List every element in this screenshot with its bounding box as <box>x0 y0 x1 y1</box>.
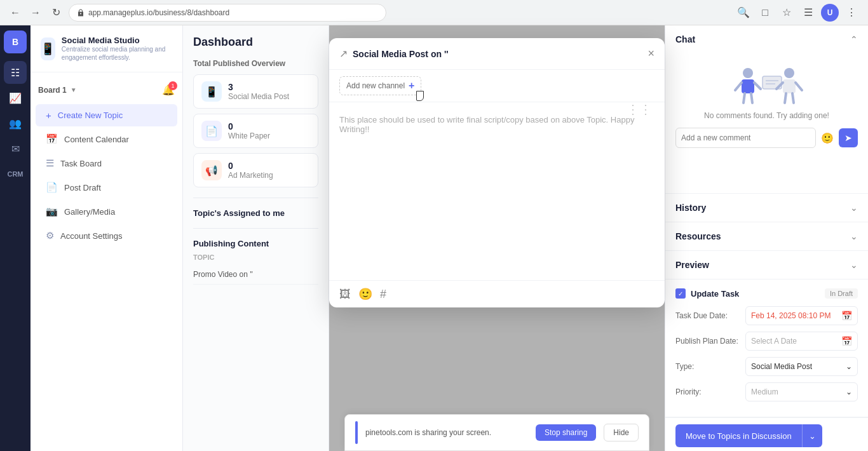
rail-icon-chart[interactable]: 📈 <box>4 86 27 109</box>
move-topics-button[interactable]: Move to Topics in Discussion <box>675 424 802 447</box>
channel-card-social[interactable]: 📱 3 Social Media Post <box>193 74 318 109</box>
image-toolbar-icon[interactable]: 🖼 <box>339 288 351 301</box>
stop-sharing-button[interactable]: Stop sharing <box>536 424 596 441</box>
hide-button[interactable]: Hide <box>604 424 639 441</box>
emoji-toolbar-icon[interactable]: 🙂 <box>358 287 372 301</box>
task-due-calendar-icon: 📅 <box>841 311 852 321</box>
white-paper-name: White Paper <box>228 131 270 140</box>
type-dropdown-icon: ⌄ <box>846 362 852 371</box>
ad-marketing-name: Ad Marketing <box>228 171 273 180</box>
modal-close-button[interactable]: × <box>648 47 654 60</box>
priority-label: Priority: <box>675 387 745 396</box>
svg-rect-1 <box>742 79 754 93</box>
bookmark-btn[interactable]: ☆ <box>778 4 796 22</box>
address-bar[interactable]: app.manageplus.io/business/8/dashboard <box>69 4 386 22</box>
topic-row-promo[interactable]: Promo Video on '' <box>193 265 318 285</box>
update-task-label: Update Task <box>691 289 739 299</box>
chat-body: No comments found. Try adding one! 🙂 ➤ <box>665 53 868 193</box>
sidebar-item-gallery-media[interactable]: 📷 Gallery/Media <box>36 200 177 223</box>
preview-section-header[interactable]: Preview ⌄ <box>665 251 868 279</box>
comment-emoji-button[interactable]: 🙂 <box>821 132 834 144</box>
refresh-button[interactable]: ↻ <box>48 5 64 20</box>
resources-chevron-icon: ⌄ <box>850 231 858 241</box>
cursor-pointer <box>416 91 424 101</box>
settings-browser-btn[interactable]: ☰ <box>799 4 817 22</box>
resources-section-header[interactable]: Resources ⌄ <box>665 222 868 250</box>
modal-title: Social Media Post on '' <box>353 49 449 59</box>
modal-channel-bar: Add new channel + <box>329 70 665 102</box>
browser-bar: ← → ↻ app.manageplus.io/business/8/dashb… <box>0 0 868 25</box>
rail-icon-mail[interactable]: ✉ <box>4 137 27 160</box>
resources-title: Resources <box>675 231 721 241</box>
publish-plan-calendar-icon: 📅 <box>841 336 852 346</box>
content-calendar-label: Content Calendar <box>64 135 129 144</box>
update-checkbox[interactable]: ✓ <box>675 288 686 299</box>
calendar-nav-icon: 📅 <box>46 133 58 145</box>
chat-illustration <box>726 64 808 111</box>
chat-chevron-icon: ⌃ <box>850 34 858 44</box>
history-section-header[interactable]: History ⌄ <box>665 194 868 222</box>
task-due-date-value[interactable]: Feb 14, 2025 08:10 PM 📅 <box>745 306 858 325</box>
priority-dropdown-icon: ⌄ <box>846 387 852 396</box>
board-logo[interactable]: B <box>4 30 27 53</box>
topics-assigned-label: Topic's Assigned to me <box>193 208 318 218</box>
type-value: Social Media Post <box>751 362 812 371</box>
svg-point-0 <box>743 68 753 78</box>
comment-input-row: 🙂 ➤ <box>675 128 858 148</box>
hashtag-toolbar-icon[interactable]: # <box>380 288 386 301</box>
post-draft-label: Post Draft <box>64 183 101 192</box>
channel-card-ad-marketing[interactable]: 📢 0 Ad Marketing <box>193 153 318 187</box>
sidebar-header: 📱 Social Media Studio Centralize social … <box>31 36 182 72</box>
channel-card-white-paper[interactable]: 📄 0 White Paper <box>193 114 318 148</box>
back-button[interactable]: ← <box>8 5 23 20</box>
sidebar-item-account-settings[interactable]: ⚙ Account Settings <box>36 224 177 247</box>
task-due-date-label: Task Due Date: <box>675 311 745 320</box>
chat-section-header[interactable]: Chat ⌃ <box>665 25 868 53</box>
gallery-media-label: Gallery/Media <box>64 207 115 217</box>
account-settings-icon: ⚙ <box>46 230 54 241</box>
priority-value: Medium <box>751 387 778 396</box>
sidebar-item-task-board[interactable]: ☰ Task Board <box>36 152 177 175</box>
gallery-icon: 📷 <box>46 206 58 217</box>
add-channel-button[interactable]: Add new channel + <box>339 76 421 95</box>
sidebar-item-content-calendar[interactable]: 📅 Content Calendar <box>36 128 177 151</box>
rail-icon-crm[interactable]: CRM <box>4 163 27 185</box>
rail-icon-grid[interactable]: ☷ <box>4 61 27 84</box>
priority-select[interactable]: Medium ⌄ <box>745 382 858 401</box>
lock-icon <box>77 9 85 17</box>
forward-button[interactable]: → <box>28 5 43 20</box>
dashboard-panel: Dashboard Total Published Overview 📱 3 S… <box>183 25 329 451</box>
notification-bell[interactable]: 🔔 1 <box>162 84 175 96</box>
search-browser-btn[interactable]: 🔍 <box>735 4 752 22</box>
social-name: Social Media Post <box>228 92 289 101</box>
overview-label: Total Published Overview <box>193 59 318 68</box>
icon-rail: B ☷ 📈 👥 ✉ CRM <box>0 25 31 451</box>
svg-line-4 <box>743 93 745 103</box>
board-label: Board 1 <box>38 86 67 95</box>
modal-options-icon[interactable]: ⋮⋮ <box>627 102 652 117</box>
board-chevron: ▼ <box>71 86 77 93</box>
sidebar-item-post-draft[interactable]: 📄 Post Draft <box>36 176 177 199</box>
comment-input[interactable] <box>675 128 816 148</box>
topic-col-header: TOPIC <box>193 253 318 261</box>
rail-icon-users[interactable]: 👥 <box>4 112 27 135</box>
publish-plan-date-value[interactable]: Select A Date 📅 <box>745 332 858 351</box>
share-indicator <box>355 421 358 444</box>
url-text: app.manageplus.io/business/8/dashboard <box>88 8 229 17</box>
modal-header: ↗ Social Media Post on '' × <box>329 38 665 70</box>
board-selector[interactable]: Board 1 ▼ 🔔 1 <box>31 80 182 100</box>
notification-count: 1 <box>168 81 177 90</box>
white-paper-count: 0 <box>228 121 270 131</box>
add-channel-plus-icon: + <box>409 80 414 91</box>
sidebar-item-create-new-topic[interactable]: + Create New Topic <box>36 104 177 126</box>
screenshot-btn[interactable]: □ <box>756 4 774 22</box>
move-topics-dropdown[interactable]: ⌄ <box>802 424 822 447</box>
modal-body[interactable]: This place should be used to write final… <box>329 102 665 280</box>
task-board-label: Task Board <box>60 159 102 168</box>
comment-send-button[interactable]: ➤ <box>839 128 858 147</box>
account-settings-label: Account Settings <box>60 231 123 241</box>
type-select[interactable]: Social Media Post ⌄ <box>745 357 858 376</box>
right-panel: Chat ⌃ <box>665 25 868 451</box>
menu-browser-btn[interactable]: ⋮ <box>843 4 860 22</box>
section-divider-2 <box>193 228 318 229</box>
